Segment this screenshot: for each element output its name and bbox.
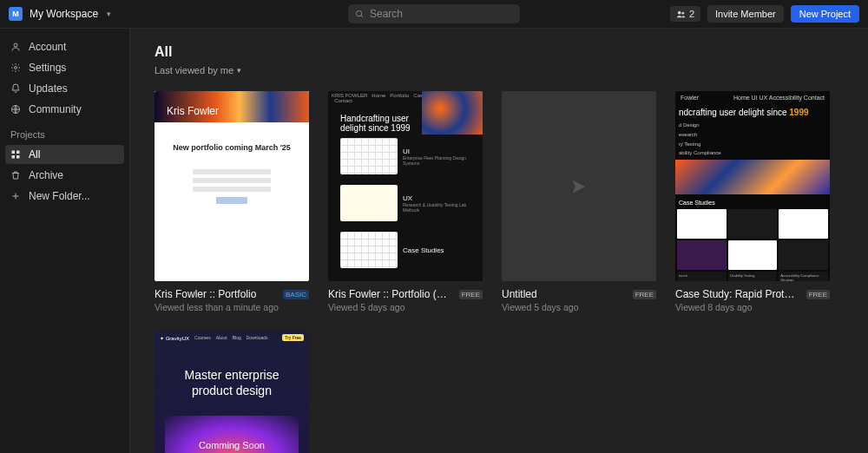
- svg-point-5: [15, 67, 17, 69]
- sidebar-item-label: Updates: [29, 82, 68, 95]
- member-count-button[interactable]: 2: [670, 6, 700, 22]
- chevron-down-icon: ▾: [237, 66, 241, 75]
- project-title: Untitled: [502, 288, 537, 300]
- sidebar-item-account[interactable]: Account: [5, 37, 124, 56]
- thumb-message: New portfolio coming March '25: [155, 143, 309, 152]
- project-title: Kris Fowler :: Portfolio (copy): [328, 288, 450, 300]
- thumb-headline: Handcrafting user delight since 1999: [328, 105, 424, 133]
- sort-dropdown[interactable]: Last viewed by me ▾: [155, 65, 844, 76]
- plan-badge: FREE: [633, 290, 656, 299]
- thumb-section-label: UI: [403, 148, 470, 155]
- svg-rect-10: [16, 155, 20, 159]
- globe-icon: [10, 104, 21, 115]
- search-icon: [355, 10, 365, 19]
- project-card[interactable]: ✦ GravityUX Courses About Blog Downloads…: [155, 332, 309, 453]
- sidebar-item-archive[interactable]: Archive: [5, 166, 124, 185]
- svg-point-2: [678, 10, 681, 14]
- project-subtitle: Viewed 5 days ago: [502, 302, 656, 312]
- new-project-button[interactable]: New Project: [791, 5, 859, 23]
- svg-point-4: [14, 43, 17, 47]
- sidebar-item-label: New Folder...: [29, 190, 90, 202]
- invite-member-button[interactable]: Invite Member: [707, 5, 784, 23]
- people-icon: [676, 10, 686, 19]
- thumb-brand: Fowler: [681, 95, 699, 101]
- trash-icon: [10, 170, 21, 181]
- plan-badge: BASIC: [283, 290, 309, 299]
- sidebar-item-label: Community: [29, 103, 82, 115]
- thumb-section-label: Case Studies: [403, 246, 444, 254]
- project-subtitle: Viewed 5 days ago: [328, 302, 483, 312]
- thumb-cs-label: Case Studies: [675, 196, 830, 209]
- plan-badge: FREE: [459, 290, 483, 299]
- sidebar-item-new-folder[interactable]: New Folder...: [5, 187, 124, 206]
- project-card[interactable]: Kris Fowler New portfolio coming March '…: [155, 91, 309, 312]
- svg-point-3: [681, 11, 684, 14]
- project-title: Case Study: Rapid Prototyping: [675, 288, 797, 300]
- thumb-section-label: UX: [403, 194, 470, 202]
- sidebar-item-label: Settings: [29, 62, 66, 74]
- thumb-soon: Comming Soon: [199, 440, 265, 450]
- search-placeholder: Search: [370, 8, 403, 20]
- project-subtitle: Viewed 8 days ago: [675, 302, 830, 312]
- gear-icon: [10, 62, 21, 73]
- project-title: Kris Fowler :: Portfolio: [155, 288, 256, 300]
- sidebar-item-community[interactable]: Community: [5, 100, 124, 119]
- sidebar-item-label: Archive: [29, 169, 63, 181]
- bell-icon: [10, 83, 21, 94]
- project-card[interactable]: KRIS FOWLER Home Portfolio Case Studies …: [328, 91, 483, 312]
- member-count: 2: [689, 9, 694, 19]
- workspace-icon[interactable]: M: [9, 7, 23, 21]
- svg-point-0: [356, 10, 361, 16]
- svg-line-1: [361, 15, 363, 16]
- main-content: All Last viewed by me ▾ Kris Fowler New …: [130, 29, 868, 453]
- plan-badge: FREE: [806, 290, 830, 299]
- user-icon: [10, 42, 21, 52]
- sidebar-item-all[interactable]: All: [5, 145, 124, 164]
- project-thumbnail[interactable]: KRIS FOWLER Home Portfolio Case Studies …: [328, 91, 483, 281]
- thumb-author: Kris Fowler: [167, 102, 297, 117]
- sidebar-item-label: All: [29, 148, 40, 161]
- project-thumbnail[interactable]: FowlerHome UI UX Accessibility Contact n…: [675, 91, 830, 281]
- sidebar: Account Settings Updates Community Proje…: [0, 29, 130, 453]
- sidebar-item-settings[interactable]: Settings: [5, 58, 124, 77]
- page-title: All: [155, 44, 844, 60]
- svg-rect-8: [16, 151, 20, 154]
- workspace-name[interactable]: My Workspace: [30, 8, 98, 20]
- sidebar-item-updates[interactable]: Updates: [5, 79, 124, 98]
- svg-rect-7: [12, 151, 16, 154]
- sidebar-item-label: Account: [29, 41, 66, 53]
- project-thumbnail[interactable]: Kris Fowler New portfolio coming March '…: [155, 91, 309, 281]
- plus-icon: [10, 191, 21, 201]
- thumb-title: Master enterprise product design: [155, 344, 309, 398]
- grid-icon: [10, 149, 21, 160]
- search-input[interactable]: Search: [348, 4, 520, 23]
- project-card[interactable]: Untitled FREE Viewed 5 days ago: [502, 91, 656, 312]
- sort-label: Last viewed by me: [155, 65, 233, 76]
- placeholder-icon: [570, 178, 588, 195]
- sidebar-section-projects: Projects: [5, 121, 124, 145]
- project-thumbnail[interactable]: [502, 91, 656, 281]
- project-thumbnail[interactable]: ✦ GravityUX Courses About Blog Downloads…: [155, 332, 309, 453]
- project-subtitle: Viewed less than a minute ago: [155, 302, 309, 312]
- project-card[interactable]: FowlerHome UI UX Accessibility Contact n…: [675, 91, 830, 312]
- thumb-logo: ✦ GravityUX: [160, 335, 189, 341]
- chevron-down-icon[interactable]: ▾: [107, 10, 111, 18]
- svg-rect-9: [12, 155, 16, 159]
